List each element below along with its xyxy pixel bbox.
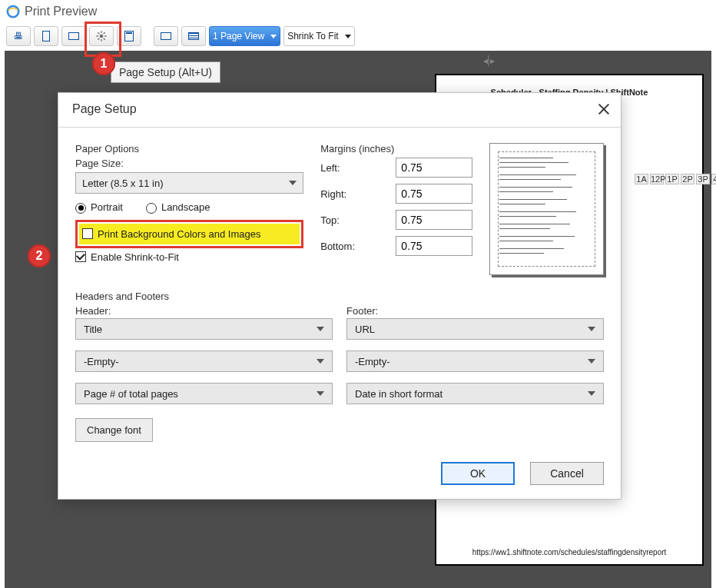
zoom-select[interactable]: Shrink To Fit <box>283 26 354 46</box>
print-button[interactable]: 🖶 <box>6 26 31 46</box>
chevron-down-icon <box>270 35 277 38</box>
window-title-bar: Print Preview <box>0 0 716 18</box>
portrait-button[interactable] <box>34 26 58 46</box>
page-view-label: 1 Page View <box>213 31 264 42</box>
full-width-button[interactable] <box>154 26 178 46</box>
page-view-select[interactable]: 1 Page View <box>209 26 280 46</box>
zoom-label: Shrink To Fit <box>287 31 338 42</box>
full-page-button[interactable] <box>181 26 206 46</box>
window-title: Print Preview <box>25 5 97 18</box>
ie-icon <box>6 5 20 18</box>
annotation-highlight-1 <box>85 22 121 51</box>
svg-point-0 <box>8 6 18 17</box>
landscape-button[interactable] <box>61 26 86 46</box>
chevron-down-icon <box>345 35 351 38</box>
